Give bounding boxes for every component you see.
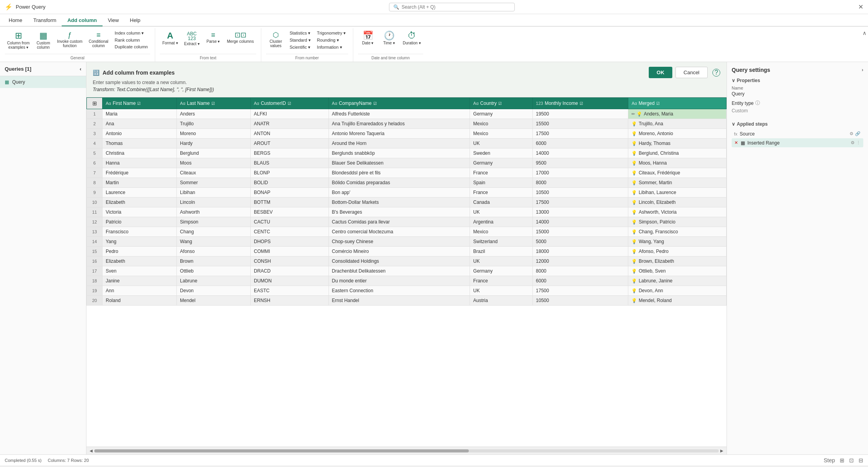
- col-check-companyname[interactable]: ☑: [373, 101, 377, 106]
- table-row[interactable]: 19AnnDevonEASTCEastern ConnectionUK17500…: [87, 286, 727, 296]
- col-check-merged[interactable]: ☑: [656, 101, 660, 106]
- col-check-country[interactable]: ☑: [498, 101, 502, 106]
- ribbon-btn-merge-columns[interactable]: ⊡⊡ Merge columns: [225, 30, 256, 45]
- cell-customer-id: CACTU: [250, 217, 328, 227]
- applied-steps-chevron[interactable]: ∨: [732, 121, 735, 127]
- header-customerid[interactable]: Aα CustomerID ☑: [250, 98, 328, 109]
- status-icon-grid3[interactable]: ⊟: [859, 457, 863, 463]
- table-row[interactable]: 14YangWangDHOPSChop-suey ChineseSwitzerl…: [87, 237, 727, 247]
- table-row[interactable]: 6HannaMoosBLAUSBlauer See DelikatessenGe…: [87, 158, 727, 168]
- ribbon-btn-extract[interactable]: ABC123 Extract ▾: [182, 30, 202, 48]
- ribbon-btn-invoke-custom-function[interactable]: ƒ Invoke customfunction: [55, 30, 84, 49]
- col-check-lastname[interactable]: ☑: [211, 101, 215, 106]
- menu-view[interactable]: View: [103, 15, 125, 26]
- ribbon-btn-duration[interactable]: ⏱ Duration ▾: [400, 30, 423, 47]
- header-merged[interactable]: Aα Merged ☑: [628, 98, 727, 109]
- table-row[interactable]: 17SvenOttliebDRACDDrachenblut Delikatess…: [87, 266, 727, 276]
- ribbon-btn-rounding[interactable]: Rounding ▾: [315, 37, 348, 44]
- table-row[interactable]: 18JanineLabruneDUMONDu monde entierFranc…: [87, 276, 727, 286]
- table-row[interactable]: 3AntonioMorenoANTONAntonio Moreno Taquer…: [87, 129, 727, 139]
- ribbon-btn-statistics[interactable]: Statistics ▾: [287, 30, 313, 37]
- header-monthly-income[interactable]: 123 Monthly Income ☑: [532, 98, 628, 109]
- sidebar-item-query[interactable]: ▦ Query: [0, 76, 86, 88]
- ribbon-btn-format[interactable]: A Format ▾: [160, 30, 180, 47]
- cell-company-name: Cactus Comidas para llevar: [328, 217, 470, 227]
- step-inserted-range-icons: ⚙ ⋮: [850, 140, 861, 146]
- table-row[interactable]: 8MartinSommerBOLIDBólido Comidas prepara…: [87, 178, 727, 188]
- help-icon[interactable]: ?: [712, 69, 720, 77]
- ribbon-btn-cluster-values[interactable]: ⬡ Clustervalues: [266, 30, 286, 49]
- ribbon-btn-custom-column[interactable]: ▦ Customcolumn: [33, 30, 53, 51]
- ok-button[interactable]: OK: [649, 67, 672, 78]
- header-last-name[interactable]: Aα Last Name ☑: [177, 98, 251, 109]
- table-row[interactable]: 12PatricioSimpsonCACTUCactus Comidas par…: [87, 217, 727, 227]
- column-examples-icon: ⊞: [15, 31, 22, 40]
- table-row[interactable]: 13FransciscoChangCENTCCentro comercial M…: [87, 227, 727, 237]
- ribbon-btn-conditional-column[interactable]: ≡ Conditionalcolumn: [86, 30, 111, 49]
- scrollbar-track[interactable]: [94, 449, 719, 452]
- close-button[interactable]: ✕: [858, 3, 863, 11]
- cancel-button[interactable]: Cancel: [675, 67, 708, 78]
- table-row[interactable]: 4ThomasHardyAROUTAround the HornUK6000💡H…: [87, 139, 727, 148]
- scroll-left-arrow[interactable]: ◀: [90, 449, 93, 453]
- cell-last-name: Labrune: [177, 276, 251, 286]
- ribbon-btn-column-from-examples[interactable]: ⊞ Column fromexamples ▾: [5, 30, 32, 51]
- header-country[interactable]: Aα Country ☑: [470, 98, 532, 109]
- step-inserted-range-gear-icon[interactable]: ⚙: [850, 140, 855, 146]
- ribbon-btn-information[interactable]: Information ▾: [315, 44, 348, 51]
- menu-help[interactable]: Help: [125, 15, 146, 26]
- menu-add-column[interactable]: Add column: [62, 15, 102, 26]
- right-panel-expand-icon[interactable]: ›: [862, 67, 863, 73]
- col-label-firstname: First Name: [113, 101, 136, 106]
- ribbon-btn-trigonometry[interactable]: Trigonometry ▾: [315, 30, 348, 37]
- table-row[interactable]: 1MariaAndersALFKIAlfreds FutterkisteGerm…: [87, 109, 727, 119]
- data-grid-container[interactable]: ⊞ Aα First Name ☑ Aα La: [86, 97, 727, 447]
- step-source[interactable]: fx Source ⚙ 🔗: [732, 129, 863, 138]
- entity-type-info-icon[interactable]: ⓘ: [755, 100, 760, 106]
- search-box[interactable]: 🔍: [389, 3, 515, 11]
- scroll-right-arrow[interactable]: ▶: [720, 449, 723, 453]
- step-delete-icon[interactable]: ✕: [734, 140, 738, 146]
- menu-home[interactable]: Home: [3, 15, 28, 26]
- ribbon-btn-duplicate-column[interactable]: Duplicate column: [112, 44, 150, 50]
- step-inserted-range[interactable]: ✕ ▦ Inserted Range ⚙ ⋮: [732, 138, 863, 147]
- step-inserted-range-settings-icon[interactable]: ⋮: [856, 140, 861, 146]
- ribbon-btn-date[interactable]: 📅 Date ▾: [358, 30, 378, 47]
- ribbon-group-from-text: A Format ▾ ABC123 Extract ▾ ≡ Parse ▾ ⊡⊡…: [155, 28, 261, 62]
- ribbon-btn-time[interactable]: 🕐 Time ▾: [379, 30, 399, 47]
- ribbon-btn-standard[interactable]: Standard ▾: [287, 37, 313, 44]
- status-icon-grid1[interactable]: ⊞: [840, 457, 844, 463]
- table-row[interactable]: 11VictoriaAshworthBESBEVB's BeveragesUK1…: [87, 207, 727, 217]
- status-icon-grid2[interactable]: ⊡: [849, 457, 854, 463]
- ribbon-btn-scientific[interactable]: Scientific ▾: [287, 44, 313, 51]
- search-input[interactable]: [402, 4, 510, 10]
- sidebar-collapse-icon[interactable]: ‹: [80, 66, 81, 72]
- ribbon-btn-index-column[interactable]: Index column ▾: [112, 30, 150, 37]
- menu-transform[interactable]: Transform: [28, 15, 62, 26]
- col-check-firstname[interactable]: ☑: [137, 101, 141, 106]
- table-row[interactable]: 2AnaTrujilloANATRAna Trujillo Emaredados…: [87, 119, 727, 129]
- step-source-gear-icon[interactable]: ⚙: [849, 131, 854, 137]
- step-source-link-icon[interactable]: 🔗: [855, 131, 861, 137]
- properties-chevron[interactable]: ∨: [732, 78, 735, 83]
- ribbon-collapse-button[interactable]: ∧: [861, 28, 868, 38]
- col-check-customerid[interactable]: ☑: [288, 101, 291, 106]
- status-step-label[interactable]: Step: [824, 457, 835, 463]
- table-row[interactable]: 9LaurenceLibihanBONAPBon app'France10500…: [87, 188, 727, 198]
- table-row[interactable]: 20RolandMendelERNSHErnst HandelAustria10…: [87, 296, 727, 306]
- table-row[interactable]: 15PedroAfonsoCOMMIComércio MineiroBrazil…: [87, 247, 727, 256]
- merged-value: Simpson, Patricio: [639, 219, 675, 225]
- col-type-icon-country: Aα: [473, 101, 479, 106]
- ribbon-btn-rank-column[interactable]: Rank column: [112, 37, 150, 43]
- table-row[interactable]: 7FrédériqueCiteauxBLONPBlondesddsl père …: [87, 168, 727, 178]
- table-row[interactable]: 16ElizabethBrownCONSHConsolidated Holdin…: [87, 256, 727, 266]
- ribbon-btn-parse[interactable]: ≡ Parse ▾: [204, 30, 223, 45]
- header-first-name[interactable]: Aα First Name ☑: [103, 98, 177, 109]
- col-label-country: Country: [480, 101, 497, 106]
- table-row[interactable]: 10ElizabethLincolnBOTTMBottom-Dollar Mar…: [87, 198, 727, 207]
- table-row[interactable]: 5ChristinaBerglundBERGSBerglunds snabbkö…: [87, 148, 727, 158]
- header-companyname[interactable]: Aα CompanyName ☑: [328, 98, 470, 109]
- cell-first-name: Elizabeth: [103, 256, 177, 266]
- col-check-income[interactable]: ☑: [580, 101, 583, 106]
- step-inserted-range-left: ✕ ▦ Inserted Range: [734, 140, 780, 146]
